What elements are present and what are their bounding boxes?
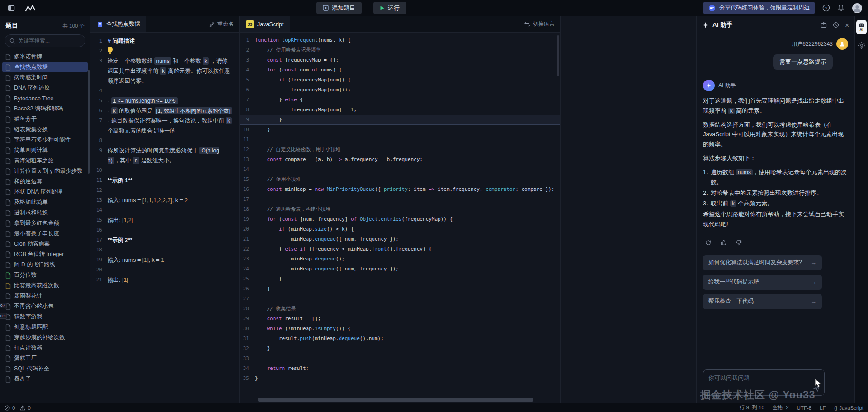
- problem-item[interactable]: SQL 代码补全: [2, 364, 88, 374]
- thumbs-down-icon[interactable]: [734, 238, 744, 248]
- description-tab[interactable]: 查找热点数据: [90, 16, 146, 32]
- token-prop: priority: [384, 186, 408, 192]
- vertical-scrollbar[interactable]: [557, 35, 559, 76]
- horizontal-scrollbar[interactable]: [258, 398, 545, 402]
- problem-item[interactable]: RGB 色值转 Integer: [2, 249, 88, 260]
- code-line: 21 minHeap.enqueue({ num, frequency });: [240, 234, 560, 244]
- token-cm: // 遍历哈希表，构建小顶堆: [255, 206, 330, 212]
- code-text: // 使用哈希表记录频率: [255, 45, 321, 55]
- problem-item[interactable]: 和的逆运算: [2, 176, 88, 187]
- problem-item[interactable]: 链表聚集交换: [2, 124, 88, 135]
- problem-item[interactable]: 最小替换子串长度: [2, 228, 88, 239]
- eol-setting[interactable]: LF: [820, 405, 826, 411]
- ai-conversation[interactable]: 用户6222962343 需要一点思路提示 AI 助手 对于这道题，我们首先要理…: [697, 33, 854, 369]
- description-body[interactable]: 1# 问题描述23给定一个整数数组 nums 和一个整数 k ，请你返回其中出现…: [90, 33, 239, 403]
- problem-item[interactable]: 猫鱼分干: [2, 114, 88, 124]
- token-pl: nums) {: [318, 67, 342, 73]
- text-segment: 你所设计算法的时间复杂度必须优于: [108, 147, 199, 154]
- text-segment: - 题目数据保证答案唯一，换句话说，数组中前: [108, 118, 226, 124]
- problem-item[interactable]: 多米诺骨牌: [2, 52, 88, 62]
- problem-item[interactable]: 百分位数: [2, 270, 88, 280]
- problem-item[interactable]: 阿 D 的飞行路线: [2, 260, 88, 270]
- search-box[interactable]: [5, 34, 85, 47]
- problem-item[interactable]: 字符串有多少种可能性: [2, 135, 88, 145]
- code-text: return result;: [255, 364, 309, 374]
- problem-item[interactable]: 计算位置 x 到 y 的最少步数: [2, 166, 88, 176]
- problem-item[interactable]: 青海湖租车之旅: [2, 156, 88, 166]
- add-problem-button[interactable]: 添加题目: [316, 2, 362, 14]
- problem-item[interactable]: 创意标题匹配: [2, 322, 88, 332]
- problem-item[interactable]: 不再贪心的小包0.4: [2, 301, 88, 312]
- encoding[interactable]: UTF-8: [797, 405, 812, 411]
- bell-icon[interactable]: [837, 4, 844, 12]
- code-line: 29 const result = [];: [240, 314, 560, 324]
- rename-button[interactable]: 重命名: [204, 16, 239, 32]
- ai-paragraph: 对于这道题，我们首先要理解问题是找出给定数组中出现频率前 k 高的元素。: [703, 96, 848, 116]
- search-input[interactable]: [18, 38, 80, 44]
- problem-item[interactable]: 叠盘子: [2, 374, 88, 384]
- language-tab[interactable]: JS JavaScript: [240, 16, 290, 32]
- regenerate-icon[interactable]: [703, 238, 713, 248]
- settings-gear-icon[interactable]: [858, 42, 865, 49]
- statusbar-right: 行 9, 列 10 空格: 2 UTF-8 LF {} JavaScript: [740, 404, 863, 411]
- problems-summary[interactable]: 0 0: [5, 405, 33, 411]
- problem-item[interactable]: 病毒感染时间: [2, 72, 88, 83]
- sidebar-scrollbar[interactable]: [88, 70, 90, 174]
- line-number: 23: [240, 254, 255, 264]
- token-pl: (frequencyMap)) {: [402, 216, 453, 222]
- close-icon[interactable]: ×: [845, 22, 849, 28]
- problem-item[interactable]: 环状 DNA 序列处理: [2, 187, 88, 197]
- problem-item[interactable]: 比赛最高获胜次数: [2, 280, 88, 291]
- ai-suggestion-chip[interactable]: 如何优化算法以满足时间复杂度要求?→: [703, 255, 822, 270]
- token-pl: (: [276, 216, 282, 222]
- help-icon[interactable]: ?: [822, 4, 830, 12]
- language-mode[interactable]: {} JavaScript: [834, 405, 863, 411]
- problem-count: 共 100 个: [62, 23, 85, 29]
- sidebar-toggle-icon[interactable]: [5, 2, 17, 14]
- code-editor[interactable]: 1function topKFrequent(nums, k) {2 // 使用…: [240, 33, 560, 403]
- problem-title: 蛋糕工厂: [14, 355, 37, 362]
- token-kw: =>: [429, 186, 434, 192]
- problem-item[interactable]: 简单四则计算: [2, 145, 88, 156]
- share-banner[interactable]: 分享代码练习体验，领限量定制周边: [703, 2, 815, 14]
- ai-question-input[interactable]: [703, 369, 825, 396]
- user-avatar[interactable]: [852, 3, 863, 14]
- token-kw: const: [267, 316, 282, 322]
- switch-language-button[interactable]: 切换语言: [519, 16, 560, 32]
- problem-item[interactable]: 猜数字游戏0.9: [2, 312, 88, 322]
- problem-item[interactable]: 进制求和转换: [2, 208, 88, 218]
- problem-item[interactable]: Bytedance Tree: [2, 93, 88, 104]
- problem-item[interactable]: Cion 勒索病毒: [2, 239, 88, 249]
- line-number: 28: [240, 304, 255, 314]
- code-text: function topKFrequent(nums, k) {: [255, 35, 351, 45]
- problem-item[interactable]: Base32 编码和解码: [2, 104, 88, 114]
- run-button[interactable]: 运行: [373, 2, 406, 14]
- thumbs-up-icon[interactable]: [718, 238, 728, 248]
- text-segment: k: [160, 67, 166, 75]
- problem-item[interactable]: DNA 序列还原: [2, 83, 88, 93]
- problem-item[interactable]: 拿到最多红包金额: [2, 218, 88, 228]
- ai-suggestion-chip[interactable]: 帮我检查一下代码→: [703, 294, 822, 309]
- problem-item[interactable]: 暴雨梨花针: [2, 291, 88, 301]
- send-icon[interactable]: [813, 385, 820, 392]
- problem-item[interactable]: 及格如此简单: [2, 197, 88, 208]
- problem-item[interactable]: 打点计数器: [2, 343, 88, 353]
- token-pl: }: [255, 276, 282, 282]
- token-pl: }: [255, 127, 270, 133]
- ai-toggle-button[interactable]: AI: [856, 20, 867, 34]
- statusbar: 0 0 行 9, 列 10 空格: 2 UTF-8 LF {} JavaScri…: [0, 403, 868, 412]
- problem-item[interactable]: 蛋糕工厂: [2, 353, 88, 364]
- line-number: 27: [240, 294, 255, 304]
- code-line: 19 for (const [num, frequency] of Object…: [240, 214, 560, 224]
- problem-item[interactable]: 穿越沙漠的补给次数: [2, 332, 88, 343]
- code-line: 5 if (frequencyMap[num]) {: [240, 75, 560, 85]
- ai-suggestion-chip[interactable]: 给我一些代码提示吧→: [703, 275, 822, 290]
- text-segment: [1]: [122, 277, 128, 283]
- indent-setting[interactable]: 空格: 2: [773, 404, 789, 411]
- share-icon[interactable]: [821, 22, 827, 28]
- document-icon: [5, 220, 11, 227]
- cursor-position[interactable]: 行 9, 列 10: [740, 404, 764, 411]
- problem-item[interactable]: 查找热点数据: [2, 62, 88, 72]
- scrollbar-thumb[interactable]: [258, 398, 533, 402]
- history-icon[interactable]: [833, 22, 839, 28]
